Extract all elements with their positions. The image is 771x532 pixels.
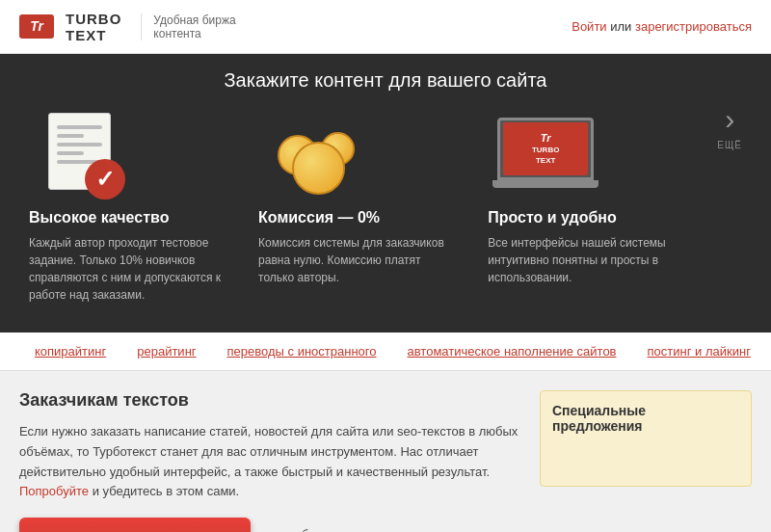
try-link[interactable]: Попробуйте [19,484,89,498]
section-title: Заказчикам текстов [19,390,520,411]
hero-next-button[interactable]: › ЕЩЁ [707,103,752,150]
logo-name: TURBOTEXT [66,11,121,43]
content-right: Специальные предложения [540,390,752,532]
hero-feature-quality: ✓ Высокое качество Каждый автор проходит… [19,103,249,313]
main-content: Заказчикам текстов Если нужно заказать н… [0,371,771,532]
special-offers-title: Специальные предложения [552,403,739,434]
tab-translations[interactable]: переводы с иностранного [212,332,392,370]
nav-tabs: копирайтинг рерайтинг переводы с иностра… [0,332,771,371]
quality-icon: ✓ [29,113,145,200]
feature-quality-text: Каждый автор проходит тестовое задание. … [29,234,229,304]
logo-area: Tr TURBOTEXT Удобная биржа контента [19,11,236,43]
feature-commission-heading: Комиссия — 0% [258,209,459,226]
login-link[interactable]: Войти [572,19,606,34]
feature-simple-text: Все интерфейсы нашей системы интуитивно … [488,234,688,286]
register-button[interactable]: ЗАРЕГИСТРИРОВАТЬСЯ [19,518,251,532]
special-offers-box: Специальные предложения [540,390,752,487]
cta-side: или добавить экспресс-заказ [266,528,346,532]
feature-quality-heading: Высокое качество [29,209,229,226]
header: Tr TURBOTEXT Удобная биржа контента Войт… [0,0,771,54]
hero-features: ✓ Высокое качество Каждый автор проходит… [0,103,771,332]
simple-icon: Tr TURBO TEXT [488,113,603,200]
tab-copywriting[interactable]: копирайтинг [19,332,121,370]
hero-banner: Закажите контент для вашего сайта ✓ [0,54,771,332]
tab-autofill[interactable]: автоматическое наполнение сайтов [392,332,632,370]
hero-title: Закажите контент для вашего сайта [0,54,771,103]
feature-simple-heading: Просто и удобно [488,209,688,226]
content-left: Заказчикам текстов Если нужно заказать н… [19,390,520,532]
logo-icon: Tr [19,14,54,39]
section-text: Если нужно заказать написание статей, но… [19,422,520,502]
hero-feature-simple: Tr TURBO TEXT Просто и удобно Все интерф… [478,103,707,296]
logo-wordmark: TURBOTEXT [66,11,121,43]
tab-posting[interactable]: постинг и лайкинг [632,332,766,370]
register-link[interactable]: зарегистрироваться [635,19,752,34]
hero-feature-commission: Комиссия — 0% Комиссия системы для заказ… [249,103,478,296]
commission-icon [258,113,374,200]
header-auth: Войти или зарегистрироваться [572,19,752,34]
feature-commission-text: Комиссия системы для заказчиков равна ну… [258,234,459,286]
tagline: Удобная биржа контента [141,13,235,40]
chevron-right-icon: › [725,103,734,136]
cta-area: ЗАРЕГИСТРИРОВАТЬСЯ или добавить экспресс… [19,518,520,532]
hero-nav-label: ЕЩЁ [717,140,742,150]
logo-tr: Tr [25,18,48,35]
tab-rewriting[interactable]: рерайтинг [121,332,211,370]
